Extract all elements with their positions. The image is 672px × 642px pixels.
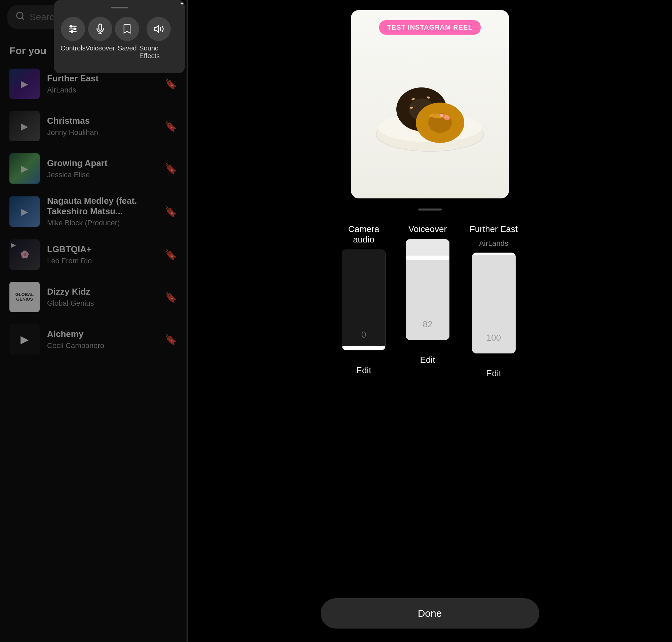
song-title: Christmas — [47, 116, 165, 126]
song-artist: Cecil Campanero — [47, 341, 165, 350]
camera-volume-thumb[interactable] — [342, 346, 385, 350]
saved-icon — [115, 17, 139, 41]
voiceover-volume-thumb[interactable] — [406, 256, 449, 260]
list-item[interactable]: ▶ Nagauta Medley (feat. Takeshiro Matsu.… — [0, 190, 186, 233]
song-info: Further East AirLands — [47, 73, 165, 94]
song-thumbnail: GLOBALGENIUS — [10, 282, 40, 312]
left-content: For you See more ▶ Further East AirLands… — [0, 37, 186, 642]
voiceover-label: Voiceover — [409, 224, 447, 234]
controls-icon — [61, 17, 85, 41]
saved-label: Saved — [118, 44, 137, 52]
sidebar-item-controls[interactable]: Controls — [61, 17, 86, 60]
song-artist: AirLands — [47, 86, 165, 94]
right-sheet-handle — [418, 208, 442, 210]
voiceover-edit-button[interactable]: Edit — [420, 355, 435, 365]
reel-badge: TEST INSTAGRAM REEL — [379, 20, 480, 35]
sidebar-item-voiceover[interactable]: Voiceover — [86, 17, 115, 60]
song-title: Growing Apart — [47, 158, 165, 168]
sidebar-item-sound-effects[interactable]: + Sound Effects — [139, 17, 178, 60]
song-artist: Jonny Houlihan — [47, 128, 165, 137]
song-title: Further East — [47, 73, 165, 84]
camera-volume-track: 0 — [342, 249, 386, 350]
song-info: Growing Apart Jessica Elise — [47, 158, 165, 179]
voiceover-track: Voiceover 82 Edit — [406, 224, 450, 379]
camera-audio-track: Cameraaudio 0 Edit — [342, 224, 386, 379]
search-icon — [15, 11, 25, 23]
svg-point-7 — [71, 30, 73, 32]
svg-point-3 — [70, 25, 72, 27]
bookmark-icon[interactable]: 🔖 — [165, 78, 177, 90]
bookmark-icon[interactable]: 🔖 — [165, 163, 177, 175]
song-thumbnail: 🌸 ▶ — [10, 240, 40, 270]
voiceover-icon — [88, 17, 112, 41]
play-icon: ▶ — [21, 206, 28, 217]
voiceover-volume-number: 82 — [423, 319, 432, 330]
sidebar-item-saved[interactable]: Saved — [115, 17, 139, 60]
right-panel: TEST INSTAGRAM REEL — [188, 0, 672, 642]
svg-point-24 — [440, 114, 443, 117]
song-list: ▶ Further East AirLands 🔖 ▶ Christmas Jo… — [0, 63, 186, 360]
list-item[interactable]: ▶ Christmas Jonny Houlihan 🔖 — [0, 105, 186, 147]
song-thumbnail: ▶ — [10, 111, 40, 141]
sound-effects-icon: + — [146, 17, 171, 41]
list-item[interactable]: 🌸 ▶ LGBTQIA+ Leo From Rio 🔖 — [0, 233, 186, 276]
song-title: Alchemy — [47, 329, 165, 339]
bookmark-icon[interactable]: 🔖 — [165, 206, 177, 218]
donut-illustration — [370, 47, 490, 162]
song-info: Alchemy Cecil Campanero — [47, 329, 165, 350]
song-thumbnail: ▶ — [10, 196, 40, 227]
for-you-title: For you — [10, 45, 47, 56]
audio-controls: Cameraaudio 0 Edit Voiceover 82 — [201, 224, 659, 379]
bottom-sheet: Controls Voiceover — [54, 0, 185, 73]
camera-audio-edit-button[interactable]: Edit — [356, 365, 372, 376]
song-thumbnail: ▶ — [10, 324, 40, 355]
list-item[interactable]: ▶ Alchemy Cecil Campanero 🔖 — [0, 318, 186, 360]
further-east-volume-track: 100 — [472, 253, 516, 354]
bookmark-icon[interactable]: 🔖 — [165, 249, 177, 261]
camera-volume-number: 0 — [361, 330, 366, 340]
svg-marker-10 — [154, 26, 158, 32]
left-panel: For you See more ▶ Further East AirLands… — [0, 0, 186, 642]
song-info: Nagauta Medley (feat. Takeshiro Matsu...… — [47, 196, 165, 227]
song-title: Dizzy Kidz — [47, 286, 165, 297]
done-button[interactable]: Done — [321, 598, 539, 629]
further-east-volume-thumb[interactable] — [472, 253, 515, 255]
camera-audio-label: Cameraaudio — [348, 224, 379, 245]
svg-line-1 — [22, 17, 24, 19]
sound-effects-label: Sound Effects — [139, 44, 178, 60]
song-artist: Global Genius — [47, 299, 165, 308]
voiceover-volume-track: 82 — [406, 239, 450, 340]
song-title: LGBTQIA+ — [47, 244, 165, 255]
song-info: Dizzy Kidz Global Genius — [47, 286, 165, 308]
voiceover-label: Voiceover — [86, 44, 115, 52]
song-thumbnail: ▶ — [10, 68, 40, 99]
bookmark-icon[interactable]: 🔖 — [165, 334, 177, 345]
svg-point-23 — [444, 115, 450, 120]
bookmark-icon[interactable]: 🔖 — [165, 120, 177, 132]
further-east-sublabel: AirLands — [479, 239, 508, 248]
further-east-edit-button[interactable]: Edit — [486, 368, 501, 379]
phone-preview: TEST INSTAGRAM REEL — [351, 10, 509, 198]
song-thumbnail: ▶ — [10, 153, 40, 184]
further-east-volume-slider[interactable]: 100 — [472, 253, 516, 360]
song-info: LGBTQIA+ Leo From Rio — [47, 244, 165, 265]
song-artist: Jessica Elise — [47, 170, 165, 179]
voiceover-volume-slider[interactable]: 82 — [406, 239, 450, 347]
play-icon: ▶ — [11, 241, 16, 249]
list-item[interactable]: ▶ Growing Apart Jessica Elise 🔖 — [0, 147, 186, 190]
further-east-volume-number: 100 — [487, 333, 501, 343]
song-artist: Mike Block (Producer) — [47, 219, 165, 227]
further-east-track: Further East AirLands 100 Edit — [470, 224, 518, 379]
sheet-handle — [111, 7, 128, 9]
list-item[interactable]: GLOBALGENIUS Dizzy Kidz Global Genius 🔖 — [0, 276, 186, 318]
controls-label: Controls — [61, 44, 86, 52]
song-info: Christmas Jonny Houlihan — [47, 116, 165, 137]
svg-point-5 — [74, 28, 76, 29]
bookmark-icon[interactable]: 🔖 — [165, 291, 177, 303]
play-icon: ▶ — [21, 163, 28, 174]
song-title: Nagauta Medley (feat. Takeshiro Matsu... — [47, 196, 165, 217]
icon-row: Controls Voiceover — [54, 17, 185, 60]
phone-content: TEST INSTAGRAM REEL — [351, 10, 509, 198]
further-east-label: Further East — [470, 224, 518, 234]
camera-volume-slider[interactable]: 0 — [342, 249, 386, 357]
